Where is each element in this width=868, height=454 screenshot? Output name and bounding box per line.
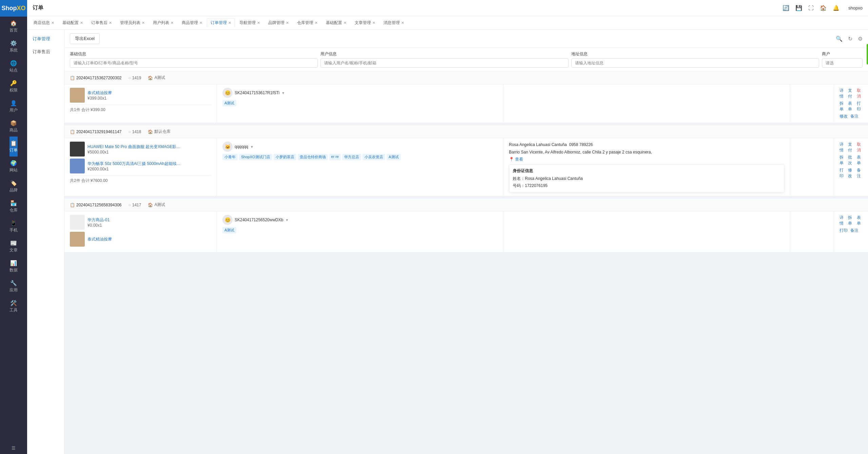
sidebar-item-article[interactable]: 📰文章	[9, 236, 18, 256]
tab-管理员列表[interactable]: 管理员列表✕	[116, 18, 149, 27]
tab-close[interactable]: ✕	[51, 21, 54, 25]
order-products: HUAWEI Mate 50 Pro 曲面旗舰 超光变XMAGE影像 北斗卫星消…	[64, 138, 217, 196]
fullscreen-icon[interactable]: ⛶	[808, 5, 814, 11]
action-详情[interactable]: 详情	[840, 142, 845, 153]
action-拆单[interactable]: 拆单	[848, 215, 854, 226]
sidebar-item-app[interactable]: 🔧应用	[9, 276, 18, 296]
product-name[interactable]: HUAWEI Mate 50 Pro 曲面旗舰 超光变XMAGE影像 北斗卫星消…	[87, 144, 182, 150]
sidebar-item-data[interactable]: 📊数据	[9, 256, 18, 276]
action-详情[interactable]: 详情	[840, 215, 845, 226]
sidebar-item-site[interactable]: 🌐站点	[9, 57, 18, 77]
order-merchant	[790, 211, 834, 252]
sidebar-item-mobile[interactable]: 📱手机	[9, 216, 18, 236]
tab-商品管理[interactable]: 商品管理✕	[178, 18, 206, 27]
action-备注[interactable]: 备注	[850, 114, 859, 119]
action-批次[interactable]: 批次	[848, 154, 854, 166]
action-打印[interactable]: 打印	[857, 101, 863, 112]
user-tag[interactable]: A测试	[387, 154, 400, 160]
action-备注[interactable]: 备注	[857, 167, 863, 179]
action-表单[interactable]: 表单	[857, 215, 863, 226]
tab-订单售后[interactable]: 订单售后✕	[87, 18, 116, 27]
tab-close[interactable]: ✕	[257, 21, 260, 25]
filter-merchant-input[interactable]	[822, 58, 863, 68]
user-tag[interactable]: 华方总店	[342, 154, 361, 160]
action-支付[interactable]: 支付	[848, 142, 854, 153]
action-打印[interactable]: 打印	[840, 167, 845, 179]
settings-icon[interactable]: ⚙	[858, 36, 863, 42]
user-tag[interactable]: 壹品仓特价商场	[298, 154, 328, 160]
tab-close[interactable]: ✕	[343, 21, 347, 25]
sidebar-item-order[interactable]: 📋订单	[9, 137, 18, 157]
tab-close[interactable]: ✕	[372, 21, 375, 25]
tab-品牌管理[interactable]: 品牌管理✕	[264, 18, 293, 27]
tab-close[interactable]: ✕	[199, 21, 202, 25]
user-tag[interactable]: 小青年	[222, 154, 238, 160]
action-支付[interactable]: 支付	[848, 88, 854, 99]
tab-close[interactable]: ✕	[109, 21, 112, 25]
save-icon[interactable]: 💾	[795, 5, 802, 11]
tab-close[interactable]: ✕	[401, 21, 404, 25]
nav-order-management[interactable]: 订单管理	[27, 33, 64, 45]
tab-仓库管理[interactable]: 仓库管理✕	[293, 18, 321, 27]
search-icon[interactable]: 🔍	[836, 36, 843, 42]
action-修改[interactable]: 修改	[848, 167, 854, 179]
address-view-link[interactable]: 查看	[515, 157, 523, 162]
product-name[interactable]: 华为畅享 50z 5000万高清AI三摄 5000mAh超能续航 128GB 宝…	[87, 161, 182, 167]
user-tag[interactable]: 小梦奶茶店	[274, 154, 296, 160]
filter-address-input[interactable]	[571, 58, 819, 68]
user-tag[interactable]: ShopXO测试门店	[239, 154, 272, 160]
action-打印[interactable]: 打印	[840, 228, 848, 233]
filter-basic-input[interactable]	[70, 58, 318, 68]
action-拆单[interactable]: 拆单	[840, 101, 845, 112]
sidebar-bottom[interactable]: ☰	[0, 442, 27, 454]
refresh-icon[interactable]: 🔄	[783, 5, 789, 11]
bell-icon[interactable]: 🔔	[833, 5, 840, 11]
tab-close[interactable]: ✕	[171, 21, 174, 25]
tab-close[interactable]: ✕	[315, 21, 318, 25]
reset-icon[interactable]: ↻	[848, 36, 852, 42]
user-tag[interactable]: A测试	[222, 227, 236, 233]
export-excel-button[interactable]: 导出Excel	[70, 33, 100, 44]
user-tag[interactable]: A测试	[222, 100, 236, 106]
tab-close[interactable]: ✕	[228, 21, 231, 25]
sidebar-item-brand[interactable]: 🏷️品牌	[9, 177, 18, 197]
product-name[interactable]: 泰式精油按摩	[87, 90, 112, 96]
user-tag[interactable]: er re	[329, 154, 341, 160]
sidebar-item-goods[interactable]: 📦商品	[9, 117, 18, 137]
sidebar-item-website[interactable]: 🌍网站	[9, 157, 18, 177]
sidebar-item-user[interactable]: 👤用户	[9, 97, 18, 117]
product-name[interactable]: 华方商品-01	[87, 217, 110, 223]
action-取消[interactable]: 取消	[857, 142, 863, 153]
tab-close[interactable]: ✕	[80, 21, 83, 25]
action-备注[interactable]: 备注	[850, 228, 859, 233]
home-icon[interactable]: 🏠	[820, 5, 827, 11]
user-tag[interactable]: 小吴农资店	[362, 154, 385, 160]
action-详情[interactable]: 详情	[840, 88, 845, 99]
action-表单[interactable]: 表单	[848, 101, 854, 112]
action-取消[interactable]: 取消	[857, 88, 863, 99]
filter-basic-info: 基础信息	[70, 51, 318, 68]
tab-商店信息[interactable]: 商店信息✕	[30, 18, 58, 27]
tab-close[interactable]: ✕	[286, 21, 289, 25]
tab-消息管理[interactable]: 消息管理✕	[380, 18, 408, 27]
filter-user-input[interactable]	[320, 58, 568, 68]
tab-导航管理[interactable]: 导航管理✕	[236, 18, 264, 27]
tab-close[interactable]: ✕	[142, 21, 145, 25]
action-表单[interactable]: 表单	[857, 154, 863, 166]
sidebar-item-home[interactable]: 🏠首页	[9, 17, 18, 37]
sidebar-item-system[interactable]: ⚙️系统	[9, 37, 18, 57]
sidebar-item-warehouse[interactable]: 🏪仓库	[9, 197, 18, 216]
tab-文章管理[interactable]: 文章管理✕	[351, 18, 379, 27]
order-header: 📋 20240417125658394306 ○ 1417 🏠 A测试	[64, 199, 868, 211]
nav-order-aftersale[interactable]: 订单售后	[27, 45, 64, 58]
action-拆单[interactable]: 拆单	[840, 154, 845, 166]
product-name[interactable]: 泰式精油按摩	[87, 236, 112, 242]
logo[interactable]: ShopXO	[0, 0, 27, 17]
tab-基础配置[interactable]: 基础配置✕	[59, 18, 87, 27]
action-修改[interactable]: 修改	[840, 114, 848, 119]
tab-订单管理[interactable]: 订单管理✕	[207, 18, 235, 27]
sidebar-item-tools[interactable]: 🛠️工具	[9, 296, 18, 316]
tab-基础配置[interactable]: 基础配置✕	[322, 18, 350, 27]
tab-用户列表[interactable]: 用户列表✕	[149, 18, 177, 27]
sidebar-item-auth[interactable]: 🔑权限	[9, 77, 18, 97]
